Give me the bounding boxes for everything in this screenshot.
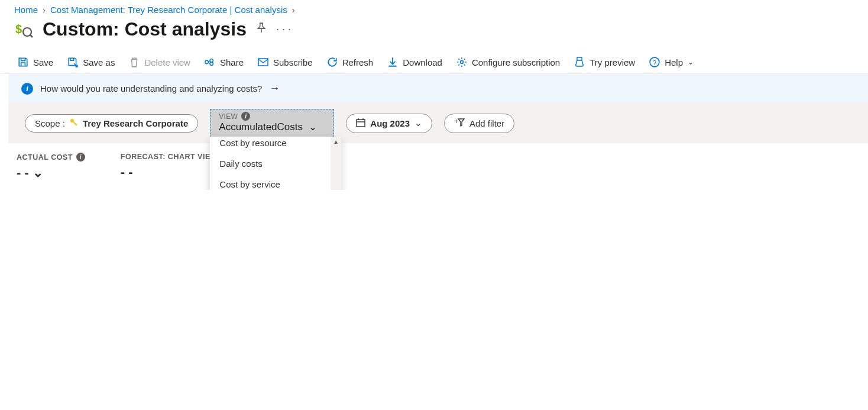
- breadcrumb-home[interactable]: Home: [14, 5, 38, 15]
- date-value: Aug 2023: [370, 118, 410, 128]
- key-icon: [70, 118, 78, 128]
- dropdown-scrollbar[interactable]: ▲ ▼: [331, 137, 341, 190]
- view-option-daily-costs[interactable]: Daily costs: [210, 153, 331, 174]
- scroll-up-icon[interactable]: ▲: [333, 138, 339, 145]
- scope-pill[interactable]: Scope : Trey Research Corporate: [25, 114, 198, 133]
- page-title: Custom: Cost analysis: [43, 18, 247, 40]
- view-dropdown[interactable]: VIEW i AccumulatedCosts ⌄ Cost by resour…: [210, 109, 334, 137]
- view-value: AccumulatedCosts: [219, 121, 303, 133]
- svg-text:$: $: [15, 22, 22, 35]
- chevron-right-icon: ›: [43, 5, 46, 15]
- filter-bar: Scope : Trey Research Corporate VIEW i A…: [8, 103, 868, 143]
- preview-label: Try preview: [590, 57, 635, 67]
- command-bar: Save Save as Delete view Share Subscribe…: [0, 52, 868, 74]
- subscribe-label: Subscribe: [273, 57, 313, 67]
- svg-rect-8: [357, 120, 365, 127]
- stats-row: ACTUAL COST i - - ⌄ FORECAST: CHART VIEW…: [0, 143, 868, 190]
- scope-value: Trey Research Corporate: [83, 118, 188, 128]
- chevron-down-icon[interactable]: ⌄: [33, 165, 43, 180]
- chevron-down-icon: ⌄: [688, 58, 694, 66]
- svg-rect-3: [258, 59, 268, 66]
- configure-button[interactable]: Configure subscription: [456, 57, 560, 67]
- view-label: VIEW: [219, 112, 238, 121]
- share-label: Share: [220, 57, 244, 67]
- chevron-right-icon: ›: [292, 5, 295, 15]
- title-row: $ Custom: Cost analysis · · ·: [0, 17, 868, 52]
- add-filter-label: Add filter: [469, 118, 504, 128]
- save-label: Save: [33, 57, 53, 67]
- subscribe-button[interactable]: Subscribe: [258, 57, 313, 67]
- help-label: Help: [665, 57, 683, 67]
- more-icon[interactable]: · · ·: [276, 23, 291, 35]
- refresh-label: Refresh: [342, 57, 374, 67]
- save-button[interactable]: Save: [18, 57, 53, 67]
- delete-label: Delete view: [144, 57, 190, 67]
- info-icon: i: [21, 83, 33, 95]
- chevron-down-icon: ⌄: [414, 118, 422, 128]
- svg-text:?: ?: [653, 59, 656, 66]
- delete-button: Delete view: [129, 57, 190, 67]
- date-pill[interactable]: Aug 2023 ⌄: [346, 114, 432, 133]
- saveas-button[interactable]: Save as: [67, 57, 115, 67]
- forecast-value: - -: [121, 164, 133, 180]
- info-icon: i: [76, 153, 85, 162]
- chevron-down-icon: ⌄: [309, 121, 317, 133]
- share-button[interactable]: Share: [205, 57, 244, 67]
- add-filter-button[interactable]: + Add filter: [444, 114, 514, 133]
- svg-text:+: +: [454, 118, 458, 125]
- feedback-bar: i How would you rate understanding and a…: [8, 74, 868, 103]
- preview-button[interactable]: Try preview: [574, 57, 635, 67]
- cost-analysis-icon: $: [14, 20, 33, 39]
- breadcrumb-cost-management[interactable]: Cost Management: Trey Research Corporate…: [50, 5, 287, 15]
- svg-point-1: [23, 28, 31, 36]
- view-dropdown-menu: Cost by resource Daily costs Cost by ser…: [210, 137, 341, 190]
- view-option-cost-by-resource[interactable]: Cost by resource: [210, 137, 331, 153]
- actual-cost-value: - -: [17, 165, 29, 180]
- download-label: Download: [403, 57, 442, 67]
- pin-icon[interactable]: [256, 22, 267, 36]
- stat-forecast: FORECAST: CHART VIEW - -: [121, 153, 218, 180]
- refresh-button[interactable]: Refresh: [327, 57, 374, 67]
- scope-label: Scope :: [35, 118, 65, 128]
- calendar-icon: [356, 118, 365, 129]
- help-button[interactable]: ? Help ⌄: [649, 57, 694, 67]
- configure-label: Configure subscription: [472, 57, 560, 67]
- feedback-text: How would you rate understanding and ana…: [40, 83, 262, 93]
- actual-cost-label: ACTUAL COST: [17, 153, 73, 162]
- view-option-cost-by-service[interactable]: Cost by service: [210, 174, 331, 190]
- breadcrumb: Home › Cost Management: Trey Research Co…: [0, 0, 868, 17]
- svg-line-2: [30, 35, 33, 37]
- arrow-right-icon[interactable]: →: [269, 82, 280, 95]
- stat-actual-cost: ACTUAL COST i - - ⌄: [17, 153, 85, 180]
- filter-icon: +: [454, 118, 465, 129]
- forecast-label: FORECAST: CHART VIEW: [121, 153, 218, 161]
- info-icon: i: [241, 112, 250, 121]
- svg-point-4: [460, 61, 463, 64]
- download-button[interactable]: Download: [387, 57, 442, 67]
- saveas-label: Save as: [83, 57, 115, 67]
